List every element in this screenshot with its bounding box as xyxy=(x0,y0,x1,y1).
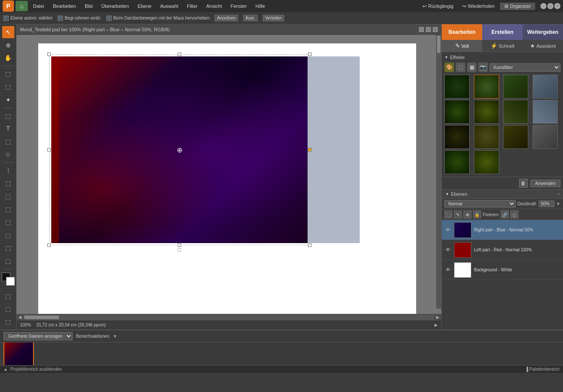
menu-ueberarbeiten[interactable]: Überarbeiten xyxy=(98,2,132,10)
scroll-left-btn[interactable]: ◀ xyxy=(17,315,23,320)
tool-select[interactable]: ↖ xyxy=(2,26,14,38)
tool-lasso[interactable]: ⬚ xyxy=(2,81,14,93)
organizer-button[interactable]: ⊞ Organizer xyxy=(500,3,535,10)
lock-transparent-btn[interactable]: ⬚ xyxy=(444,211,452,218)
menu-filter[interactable]: Filter xyxy=(183,2,201,10)
blend-mode-dropdown[interactable]: Normal xyxy=(444,200,516,208)
lock-all-btn[interactable]: 🔒 xyxy=(473,211,481,218)
menu-bearbeiten[interactable]: Bearbeiten xyxy=(50,2,79,10)
lock-position-btn[interactable]: ⊕ xyxy=(464,211,471,218)
canvas-image[interactable]: ⊕ xyxy=(51,56,308,243)
effect-thumb-10[interactable] xyxy=(474,125,499,149)
tool-extra-1[interactable]: ⬚ xyxy=(2,290,14,302)
effect-thumb-12[interactable] xyxy=(533,125,558,149)
canvas-close[interactable]: × xyxy=(433,27,438,32)
effect-thumb-4[interactable] xyxy=(533,75,558,99)
main-maximize-button[interactable]: □ xyxy=(547,3,553,9)
layer-visibility-red[interactable]: 👁 xyxy=(444,247,451,254)
menu-ansicht[interactable]: Ansicht xyxy=(203,2,225,10)
verteilen-dropdown[interactable]: Verteilen xyxy=(263,15,284,21)
effect-thumb-3[interactable] xyxy=(503,75,528,99)
scroll-right-btn[interactable]: ▶ xyxy=(434,315,441,320)
opacity-input[interactable] xyxy=(539,201,554,207)
handle-bottom-right[interactable] xyxy=(308,244,311,247)
tool-extra-3[interactable]: ⬚ xyxy=(2,316,14,328)
effect-thumb-8[interactable] xyxy=(533,100,558,124)
bottom-files-dropdown[interactable]: Geöffnete Dateien anzeigen xyxy=(3,332,73,340)
layer-mask-btn[interactable]: ◻ xyxy=(510,211,518,218)
show-frame-option[interactable]: Begr.rahmen einbl. xyxy=(58,16,101,21)
effect-thumb-2[interactable] xyxy=(474,75,499,99)
filter-dropdown[interactable]: Kunstfilter xyxy=(490,63,560,72)
effect-thumb-7[interactable] xyxy=(503,100,528,124)
tool-crop[interactable]: ⬚ xyxy=(2,110,14,122)
handle-bottom-mid[interactable] xyxy=(178,244,181,247)
tab-weitergeben[interactable]: Weitergeben xyxy=(523,24,563,40)
background-color[interactable] xyxy=(6,277,15,286)
auto-select-checkbox[interactable] xyxy=(3,16,9,21)
layer-visibility-blue[interactable]: 👁 xyxy=(444,227,451,234)
sub-tab-assistent[interactable]: ★ Assistent xyxy=(523,40,563,52)
canvas-viewport[interactable]: ⊕ xyxy=(17,35,441,314)
canvas-maximize[interactable]: □ xyxy=(426,27,431,32)
layer-item-red[interactable]: 👁 Left part - Red - Normal 100% xyxy=(442,240,563,260)
tool-gradient[interactable]: ⬚ xyxy=(2,229,14,241)
layer-item-white[interactable]: 👁 Background - White xyxy=(442,260,563,280)
highlight-hover-checkbox[interactable] xyxy=(106,16,112,21)
handle-top-right[interactable] xyxy=(308,53,311,56)
menu-fenster[interactable]: Fenster xyxy=(227,2,250,10)
layer-visibility-white[interactable]: 👁 xyxy=(444,267,451,273)
effect-thumb-5[interactable] xyxy=(444,100,470,124)
horizontal-scrollbar[interactable] xyxy=(23,315,434,320)
highlight-hover-option[interactable]: Beim Darüberbewegen mit der Maus hervorh… xyxy=(106,16,210,21)
redo-button[interactable]: ↪ Wiederholen xyxy=(459,3,498,10)
tool-marquee[interactable]: ⬚ xyxy=(2,68,14,80)
effect-thumb-1[interactable] xyxy=(444,75,470,99)
menu-auswahl[interactable]: Auswahl xyxy=(157,2,182,10)
main-close-button[interactable]: × xyxy=(554,3,560,9)
layers-expand-icon[interactable]: » xyxy=(557,192,560,196)
menu-bild[interactable]: Bild xyxy=(81,2,96,10)
show-frame-checkbox[interactable] xyxy=(58,16,63,21)
handle-top-mid[interactable] xyxy=(178,53,181,56)
bottom-status-text[interactable]: Projektbereich ausblenden xyxy=(10,367,525,372)
tool-hand[interactable]: ✋ xyxy=(2,52,14,64)
tool-stamp[interactable]: ⬚ xyxy=(2,178,14,190)
main-minimize-button[interactable]: – xyxy=(540,3,546,9)
rotate-handle[interactable] xyxy=(178,248,181,252)
bottom-action-arrow[interactable]: ▼ xyxy=(113,334,117,339)
menu-hilfe[interactable]: Hilfe xyxy=(252,2,268,10)
tool-eraser[interactable]: ⬚ xyxy=(2,190,14,202)
home-button[interactable]: ⌂ xyxy=(16,1,28,11)
sub-tab-schnell[interactable]: ⚡ Schnell xyxy=(482,40,523,52)
tool-blur[interactable]: ⬚ xyxy=(2,242,14,254)
tool-extra-2[interactable]: ⬚ xyxy=(2,303,14,315)
effect-thumb-13[interactable] xyxy=(444,150,470,174)
lock-pixels-btn[interactable]: ✎ xyxy=(454,211,462,218)
ausrichten-dropdown[interactable]: Ausr. xyxy=(243,15,258,21)
filter-texture-icon[interactable]: ▦ xyxy=(467,63,477,72)
handle-bottom-left[interactable] xyxy=(47,244,51,247)
undo-button[interactable]: ↩ Rückgängig xyxy=(419,3,457,10)
horizontal-scroll-thumb[interactable] xyxy=(24,316,59,319)
effects-section-header[interactable]: ▼ Effekte xyxy=(444,55,560,60)
tool-dodge[interactable]: ⬚ xyxy=(2,255,14,267)
effect-thumb-6[interactable] xyxy=(474,100,499,124)
sub-tab-voll[interactable]: ✎ Voll xyxy=(442,40,482,52)
handle-mid-left[interactable] xyxy=(47,148,51,152)
filter-frames-icon[interactable]: ⬚ xyxy=(456,63,465,72)
vertical-scroll-thumb[interactable] xyxy=(437,36,440,53)
filter-color-icon[interactable]: 🎨 xyxy=(444,63,454,72)
effect-thumb-14[interactable] xyxy=(474,150,499,174)
trash-button[interactable]: 🗑 xyxy=(519,179,528,188)
layer-link-btn[interactable]: 🔗 xyxy=(501,211,509,218)
layer-item-blue[interactable]: 👁 Right part - Blue - Normal 50% xyxy=(442,220,563,240)
effect-thumb-9[interactable] xyxy=(444,125,470,149)
tool-shape[interactable]: ⬚ xyxy=(2,135,14,148)
filter-photo-icon[interactable]: 📷 xyxy=(478,63,488,72)
handle-top-left[interactable] xyxy=(47,53,51,56)
menu-ebene[interactable]: Ebene xyxy=(134,2,155,10)
tool-magic-wand[interactable]: ✦ xyxy=(2,94,14,106)
tool-zoom[interactable]: ⊕ xyxy=(2,39,14,51)
canvas-minimize[interactable]: – xyxy=(419,27,424,32)
